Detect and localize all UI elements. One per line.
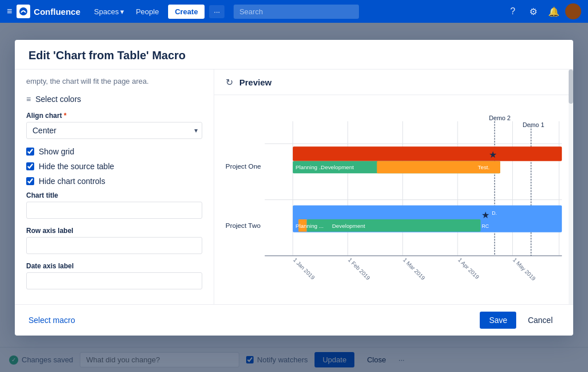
preview-title: Preview — [239, 77, 272, 87]
show-grid-row: Show grid — [26, 147, 202, 156]
modal-footer: Select macro Save Cancel — [15, 304, 573, 336]
planning-label-p1: Planning ... — [296, 164, 324, 170]
help-icon[interactable]: ? — [504, 2, 522, 21]
preview-header: ↻ Preview — [214, 70, 573, 95]
date-label-jan: 1 Jan 2019 — [292, 256, 316, 280]
hide-source-table-row: Hide the source table — [26, 162, 202, 171]
left-panel: empty, the chart will fit the page area.… — [15, 70, 214, 304]
spaces-chevron-icon: ▾ — [120, 7, 124, 16]
date-label-feb: 1 Feb 2019 — [347, 256, 371, 281]
user-avatar[interactable] — [565, 3, 581, 19]
date-axis-label-text: Date axis label — [26, 262, 202, 270]
star-p2: ★ — [481, 210, 489, 220]
refresh-icon[interactable]: ↻ — [223, 76, 235, 88]
align-chart-select-wrapper: Left Center Right ▾ — [26, 122, 202, 139]
date-label-apr: 1 Apr 2019 — [457, 256, 480, 280]
date-axis-input[interactable] — [26, 272, 202, 289]
align-chart-label: Align chart — [26, 112, 202, 120]
show-grid-checkbox[interactable] — [26, 148, 34, 156]
footer-actions: Save Cancel — [480, 312, 560, 329]
hide-source-table-checkbox[interactable] — [26, 162, 34, 170]
cancel-button[interactable]: Cancel — [521, 312, 560, 329]
confluence-icon — [17, 5, 30, 18]
d-label: D. — [492, 210, 497, 216]
demo1-label: Demo 1 — [522, 121, 544, 128]
date-label-may: 1 May 2019 — [512, 256, 537, 281]
preview-content: Demo 2 Demo 1 Project One — [214, 95, 573, 304]
gantt-chart: Demo 2 Demo 1 Project One — [220, 101, 567, 299]
rc-label: RC — [481, 223, 489, 229]
dev-label-p2: Development — [332, 223, 365, 229]
show-grid-label[interactable]: Show grid — [39, 147, 74, 156]
helper-text: empty, the chart will fit the page area. — [26, 76, 202, 87]
hide-chart-controls-row: Hide chart controls — [26, 177, 202, 186]
select-colors-row[interactable]: ≡ Select colors — [26, 95, 202, 104]
modal-body: empty, the chart will fit the page area.… — [15, 70, 573, 304]
dev-label-p1: Development — [321, 164, 354, 170]
modal-title: Edit 'Chart from Table' Macro — [28, 49, 560, 62]
edit-macro-modal: Edit 'Chart from Table' Macro empty, the… — [15, 40, 573, 336]
project-two-label: Project Two — [226, 222, 261, 230]
hide-chart-controls-label[interactable]: Hide chart controls — [39, 177, 105, 186]
right-panel: ↻ Preview — [214, 70, 573, 304]
save-button[interactable]: Save — [480, 312, 516, 329]
svg-rect-12 — [293, 146, 562, 161]
right-scrollbar[interactable] — [569, 70, 573, 304]
project-one-label: Project One — [226, 162, 262, 170]
hide-source-table-label[interactable]: Hide the source table — [39, 162, 114, 171]
select-macro-link[interactable]: Select macro — [28, 316, 75, 325]
more-button[interactable]: ··· — [209, 5, 224, 18]
confluence-logo[interactable]: Confluence — [17, 5, 80, 18]
hide-chart-controls-checkbox[interactable] — [26, 177, 34, 185]
row-axis-group: Row axis label — [26, 227, 202, 254]
demo2-label: Demo 2 — [489, 115, 511, 121]
search-input[interactable] — [234, 5, 359, 19]
spaces-nav-item[interactable]: Spaces ▾ — [89, 5, 129, 18]
confluence-text: Confluence — [34, 7, 80, 17]
chart-title-input[interactable] — [26, 202, 202, 219]
hamburger-menu-icon[interactable]: ≡ — [7, 6, 12, 17]
notifications-icon[interactable]: 🔔 — [545, 2, 563, 21]
align-chart-group: Align chart Left Center Right ▾ — [26, 112, 202, 139]
select-colors-label: Select colors — [35, 95, 81, 104]
date-axis-group: Date axis label — [26, 262, 202, 289]
row-axis-input[interactable] — [26, 237, 202, 254]
row-axis-label-text: Row axis label — [26, 227, 202, 235]
chart-title-label: Chart title — [26, 191, 202, 199]
left-panel-scroll[interactable]: empty, the chart will fit the page area.… — [15, 70, 214, 304]
modal-overlay: Edit 'Chart from Table' Macro empty, the… — [0, 23, 588, 372]
topbar: ≡ Confluence Spaces ▾ People Create ··· … — [0, 0, 588, 23]
topbar-nav: Spaces ▾ People — [89, 5, 164, 18]
topbar-action-icons: ? ⚙ 🔔 — [504, 2, 581, 21]
chart-title-group: Chart title — [26, 191, 202, 219]
create-button[interactable]: Create — [168, 5, 205, 19]
modal-header: Edit 'Chart from Table' Macro — [15, 40, 573, 70]
star-p1: ★ — [489, 150, 497, 160]
date-label-mar: 1 Mar 2019 — [402, 256, 426, 281]
people-nav-item[interactable]: People — [131, 5, 163, 18]
settings-icon[interactable]: ⚙ — [524, 2, 542, 21]
align-chart-select[interactable]: Left Center Right — [26, 122, 202, 139]
color-select-icon: ≡ — [26, 95, 31, 104]
right-scrollbar-thumb — [569, 70, 573, 104]
test-label-p1: Test. — [478, 164, 490, 170]
planning-label-p2: Planning ... — [296, 223, 324, 229]
